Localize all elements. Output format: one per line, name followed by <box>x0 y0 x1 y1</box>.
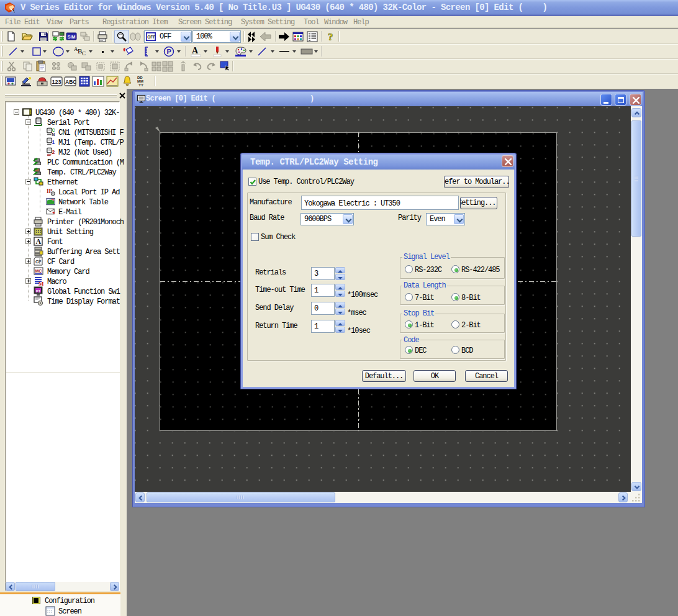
svg-text:C: C <box>82 50 86 57</box>
svg-text:P: P <box>167 48 171 55</box>
svg-text:ABC: ABC <box>65 79 76 85</box>
svg-text:MC: MC <box>35 269 42 273</box>
svg-text:A: A <box>192 46 199 55</box>
svg-text:2: 2 <box>52 149 55 155</box>
svg-text:F1: F1 <box>36 289 41 293</box>
svg-text:YY: YY <box>138 83 143 87</box>
svg-text:A: A <box>36 237 42 246</box>
svg-text:1: 1 <box>52 139 55 145</box>
svg-text:CF: CF <box>35 260 42 264</box>
svg-text:123: 123 <box>52 79 61 85</box>
svg-text:OFF: OFF <box>147 35 155 39</box>
svg-text:M: M <box>38 281 43 286</box>
svg-text:SIM: SIM <box>68 35 76 39</box>
svg-text:N: N <box>52 132 55 137</box>
svg-text:?: ? <box>328 31 333 42</box>
